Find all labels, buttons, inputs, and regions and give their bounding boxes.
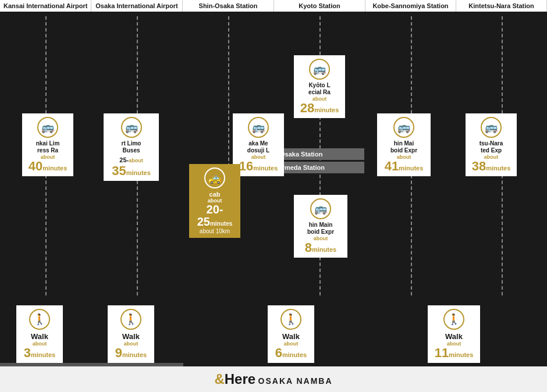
station-header-osaka-intl: Osaka International Airport bbox=[91, 0, 183, 12]
walk-card-osaka-namba: 🚶 Walk about 11minutes bbox=[428, 305, 480, 363]
kyoto-limited-time: 28 bbox=[300, 101, 314, 115]
nankai-limo-card: 🚌 nkai Limress Ra about 40minutes bbox=[22, 113, 73, 176]
walk-label-osaka-intl: Walk bbox=[112, 332, 150, 341]
walk-time-kansai: 3 bbox=[24, 345, 31, 360]
walk-minutes-osaka-namba: minutes bbox=[449, 351, 473, 358]
station-header-shin-osaka: Shin-Osaka Station bbox=[183, 0, 274, 12]
footer-here: Here bbox=[225, 371, 255, 387]
walk-icon-osaka-namba: 🚶 bbox=[443, 309, 464, 330]
kyoto-limited-name: Kyōto Lecial Ra bbox=[299, 82, 340, 96]
osaka-limo-about: about bbox=[129, 158, 143, 163]
shin-mai-kyoto-minutes: minutes bbox=[312, 246, 336, 253]
train-icon: 🚌 bbox=[37, 117, 58, 138]
shin-mai-kyoto-time: 8 bbox=[305, 240, 312, 255]
walk-minutes-namba: minutes bbox=[282, 351, 307, 358]
umeda-station-bar: Umeda Station bbox=[274, 162, 364, 173]
kyoto-train-icon: 🚌 bbox=[309, 59, 330, 80]
shin-mai-kobe-icon: 🚌 bbox=[393, 117, 414, 138]
metro-icon: 🚌 bbox=[248, 117, 269, 138]
osaka-station-bar: Osaka Station bbox=[274, 148, 364, 160]
walk-card-osaka-intl: 🚶 Walk about 9minutes bbox=[108, 305, 154, 363]
station-header-kintetsu: Kintetsu-Nara Station bbox=[456, 0, 547, 12]
osaka-metro-minutes: minutes bbox=[253, 165, 278, 172]
shin-mai-kobe-time: 41 bbox=[385, 159, 399, 173]
kyoto-limited-card: 🚌 Kyōto Lecial Ra about 28minutes bbox=[294, 55, 345, 118]
station-header-kobe: Kobe-Sannomiya Station bbox=[365, 0, 456, 12]
top-station-headers: Kansai International Airport Osaka Inter… bbox=[0, 0, 547, 12]
osaka-limo-time: 35 bbox=[112, 163, 126, 178]
kintetsu-name: tsu-Narated Exp bbox=[470, 140, 512, 154]
walk-icon-osaka-intl: 🚶 bbox=[120, 309, 141, 330]
bus-icon: 🚌 bbox=[121, 117, 142, 138]
shin-mai-kobe-card: 🚌 hin Maiboid Expr about 41minutes bbox=[377, 113, 431, 176]
osaka-limo-minutes: minutes bbox=[126, 169, 151, 176]
walk-time-osaka-intl: 9 bbox=[115, 345, 122, 360]
osaka-metro-name: aka Medosuji L bbox=[237, 140, 279, 154]
cab-name: cab bbox=[194, 191, 236, 198]
walk-label-kansai: Walk bbox=[21, 332, 58, 341]
shin-mai-kyoto-icon: 🚌 bbox=[310, 198, 331, 219]
walk-label-osaka-namba: Walk bbox=[432, 332, 475, 341]
walk-icon-kansai: 🚶 bbox=[29, 309, 50, 330]
kyoto-limited-minutes: minutes bbox=[314, 106, 339, 113]
kintetsu-icon: 🚌 bbox=[481, 117, 502, 138]
shin-mai-kobe-name: hin Maiboid Expr bbox=[382, 140, 426, 154]
walk-time-osaka-namba: 11 bbox=[435, 345, 449, 360]
walk-card-namba: 🚶 Walk about 6minutes bbox=[268, 305, 314, 363]
cab-minutes: minutes bbox=[210, 220, 232, 227]
walk-label-namba: Walk bbox=[272, 332, 310, 341]
station-header-kyoto: Kyoto Station bbox=[274, 0, 365, 12]
nankai-time: 40 bbox=[29, 159, 42, 173]
shin-mai-kyoto-name: hin Mainboid Expr bbox=[299, 222, 343, 236]
walk-icon-namba: 🚶 bbox=[280, 309, 301, 330]
shin-mai-kobe-minutes: minutes bbox=[399, 165, 423, 172]
osaka-limo-name: rt LimoBuses bbox=[108, 140, 154, 154]
nankai-name: nkai Limress Ra bbox=[27, 140, 69, 154]
osaka-metro-card: 🚌 aka Medosuji L about 16minutes bbox=[233, 113, 284, 176]
walk-minutes-osaka-intl: minutes bbox=[122, 351, 147, 358]
osaka-metro-time: 16 bbox=[239, 159, 253, 173]
shin-mai-kyoto-card: 🚌 hin Mainboid Expr about 8minutes bbox=[294, 195, 347, 258]
nankai-minutes: minutes bbox=[42, 165, 67, 172]
walk-time-namba: 6 bbox=[275, 345, 282, 360]
kintetsu-minutes: minutes bbox=[486, 165, 510, 172]
kintetsu-card: 🚌 tsu-Narated Exp about 38minutes bbox=[466, 113, 517, 176]
station-header-kansai: Kansai International Airport bbox=[0, 0, 91, 12]
cab-icon: 🚕 bbox=[204, 168, 225, 188]
walk-card-kansai: 🚶 Walk about 3minutes bbox=[16, 305, 63, 363]
footer-ampersand: & bbox=[214, 371, 224, 387]
cab-km: about 10km bbox=[194, 228, 236, 234]
cab-card: 🚕 cab about 20-25minutes about 10km bbox=[189, 164, 240, 238]
kintetsu-time: 38 bbox=[472, 159, 486, 173]
footer: &Here OSAKA NAMBA bbox=[0, 366, 547, 392]
footer-osaka: OSAKA NAMBA bbox=[258, 376, 333, 386]
osaka-limo-card: 🚌 rt LimoBuses 25-about 35minutes bbox=[104, 113, 159, 181]
walk-minutes-kansai: minutes bbox=[31, 351, 55, 358]
